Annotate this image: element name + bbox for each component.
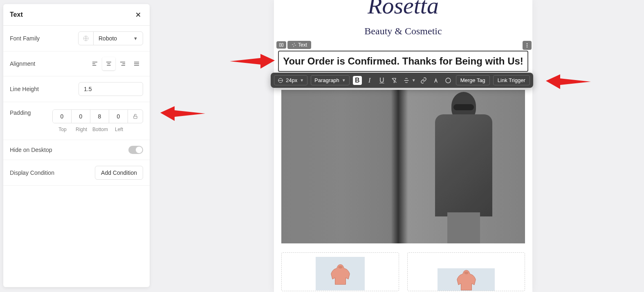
padding-group: Top Right Bottom Left [52, 109, 143, 132]
element-selection-header: Text [276, 41, 311, 49]
product-row [281, 252, 525, 291]
padding-bottom-input[interactable] [90, 110, 109, 123]
align-left-button[interactable] [88, 57, 101, 70]
padding-right-input[interactable] [72, 110, 90, 123]
hide-on-desktop-row: Hide on Desktop [3, 140, 150, 160]
hoodie-icon [453, 266, 480, 292]
padding-top-input[interactable] [53, 110, 72, 123]
svg-point-6 [527, 47, 527, 47]
padding-top-label: Top [53, 127, 72, 132]
font-size-select[interactable]: 24px ▼ [274, 75, 307, 85]
hero-image[interactable] [281, 90, 525, 243]
background-color-button[interactable] [444, 76, 453, 85]
padding-left-label: Left [110, 127, 128, 132]
globe-icon[interactable] [79, 32, 94, 45]
product-image [438, 268, 495, 291]
svg-point-5 [527, 45, 527, 46]
selected-text-element[interactable]: Your Order is Confirmed. Thanks for Bein… [278, 51, 528, 72]
chevron-down-icon: ▼ [133, 36, 138, 41]
model-illustration [423, 90, 505, 243]
close-button[interactable] [133, 10, 143, 20]
brand-tagline: Beauty & Cosmetic [274, 26, 532, 37]
hide-on-desktop-toggle[interactable] [128, 146, 143, 154]
padding-input-labels: Top Right Bottom Left [53, 127, 143, 132]
svg-rect-3 [282, 43, 283, 47]
align-right-button[interactable] [116, 57, 129, 70]
svg-rect-2 [280, 43, 281, 47]
line-height-label: Line Height [10, 86, 39, 92]
align-center-button[interactable] [102, 57, 115, 70]
element-type-label: Text [298, 42, 307, 48]
panel-header: Text [3, 4, 150, 26]
hide-on-desktop-label: Hide on Desktop [10, 147, 52, 153]
paragraph-value: Paragraph [314, 77, 339, 83]
hoodie-icon [327, 261, 354, 287]
annotation-arrow [160, 105, 205, 122]
svg-rect-1 [134, 116, 137, 118]
element-more-button[interactable] [523, 41, 532, 50]
link-trigger-button[interactable]: Link Trigger [493, 75, 530, 85]
brand-logo: Rosetta [274, 0, 532, 18]
padding-left-input[interactable] [109, 110, 128, 123]
chevron-down-icon[interactable]: ▼ [412, 78, 416, 82]
chevron-down-icon: ▼ [342, 78, 346, 82]
panel-title: Text [10, 11, 23, 18]
underline-button[interactable]: U [377, 76, 386, 85]
padding-right-label: Right [72, 127, 91, 132]
annotation-arrow [230, 53, 275, 69]
product-image [316, 257, 365, 290]
font-family-select-group: Roboto ▼ [78, 31, 143, 45]
svg-point-8 [446, 78, 451, 83]
bold-button[interactable]: B [353, 76, 362, 85]
annotation-arrow [546, 74, 591, 90]
font-family-label: Font Family [10, 35, 40, 42]
clear-format-button[interactable] [390, 76, 399, 85]
toggle-knob [136, 147, 142, 153]
paragraph-select[interactable]: Paragraph ▼ [311, 75, 350, 85]
line-height-input[interactable] [79, 82, 143, 96]
display-condition-row: Display Condition Add Condition [3, 160, 150, 186]
element-type-badge[interactable]: Text [287, 41, 311, 49]
product-card[interactable] [281, 252, 399, 291]
font-family-row: Font Family Roboto ▼ [3, 26, 150, 51]
add-condition-button[interactable]: Add Condition [95, 166, 143, 180]
svg-point-4 [527, 43, 527, 44]
text-settings-panel: Text Font Family Roboto ▼ Alignment [3, 4, 150, 287]
svg-point-10 [464, 272, 468, 274]
italic-button[interactable]: I [365, 76, 374, 85]
alignment-row: Alignment [3, 51, 150, 76]
padding-row: Padding Top Right Bottom Left [3, 102, 150, 140]
alignment-label: Alignment [10, 60, 35, 67]
product-card[interactable] [407, 252, 525, 291]
line-height-row: Line Height [3, 76, 150, 102]
padding-label: Padding [10, 109, 31, 116]
alignment-buttons [88, 57, 143, 70]
chevron-down-icon: ▼ [300, 78, 304, 82]
font-size-value: 24px [286, 77, 297, 83]
align-justify-button[interactable] [130, 57, 143, 70]
font-family-select[interactable]: Roboto ▼ [94, 32, 143, 45]
columns-icon[interactable] [276, 41, 286, 49]
text-toolbar: 24px ▼ Paragraph ▼ B I U ▼ Merge Tag Lin… [271, 73, 533, 88]
padding-bottom-label: Bottom [91, 127, 110, 132]
svg-point-9 [338, 266, 342, 269]
padding-inputs [52, 109, 143, 123]
font-family-value: Roboto [99, 35, 117, 42]
link-button[interactable] [419, 76, 428, 85]
display-condition-label: Display Condition [10, 169, 54, 176]
strikethrough-button[interactable] [402, 76, 411, 85]
merge-tag-button[interactable]: Merge Tag [456, 75, 490, 85]
text-color-button[interactable] [431, 76, 440, 85]
padding-lock-button[interactable] [128, 110, 143, 123]
